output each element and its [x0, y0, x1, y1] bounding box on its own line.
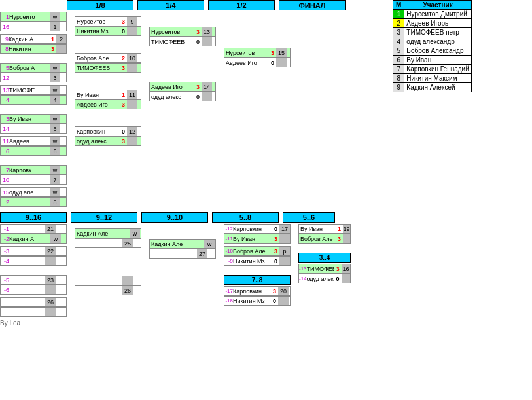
- round-header-1-8: 1/8: [67, 0, 133, 10]
- participant-rank-4: 4: [393, 37, 404, 46]
- participant-name-3: ТИМОФЕЕВ петр: [404, 28, 471, 37]
- col-9-12: Кадкин Але w 25: [71, 224, 145, 317]
- participant-row-7: 7 Карповкин Геннадий: [393, 65, 472, 74]
- match-5: 3 Ву Иван w 14 5: [0, 114, 71, 134]
- round-header-7-8: 7..8: [224, 275, 291, 285]
- participant-name-1: Нурсеитов Дмитрий: [404, 10, 471, 19]
- round-1-2-col: Нурсеитов 3 13 ТИМОФЕЕВ 0 Авдеев Иго: [145, 12, 220, 207]
- col-5-8: -12 Карповкин 0 17 -11 Ву Иван 3: [220, 224, 294, 317]
- bottom-bracket: -1 21 -2 Кадкин А w -3 22: [0, 224, 386, 317]
- participant-row-3: 3 ТИМОФЕЕВ петр: [393, 28, 472, 37]
- participant-row-4: 4 одуд александр: [393, 37, 472, 46]
- round-1-4-col: Нурсеитов 3 9 Никитин Мз 0 Бобров Але: [71, 12, 145, 207]
- participant-rank-2: 2: [393, 19, 404, 28]
- participant-name-4: одуд александр: [404, 37, 471, 46]
- participant-row-6: 6 Ву Иван: [393, 56, 472, 65]
- round-header-3-4: 3..4: [298, 253, 351, 263]
- participant-rank-6: 6: [393, 56, 404, 65]
- participant-row-1: 1 Нурсеитов Дмитрий: [393, 10, 472, 19]
- col-header-participant: Участник: [404, 1, 471, 10]
- participant-rank-8: 8: [393, 74, 404, 83]
- match-8: 15 одуд але w 2 8: [0, 187, 71, 207]
- match-7-8-a: -17 Карповкин 3 20 -18 Никитин Мз 0: [220, 286, 294, 306]
- participant-name-9: Кадкин Алексей: [404, 83, 471, 92]
- col-header-m: М: [393, 1, 404, 10]
- round-1-8: 1 Нурсеито w 16 1 9: [0, 12, 71, 207]
- round-header-5-6: 5..6: [283, 212, 335, 223]
- match-19: Ву Иван 1 19 Бобров Але 3: [294, 224, 353, 244]
- participant-name-2: Авдеев Игорь: [404, 19, 471, 28]
- col-9-16: -1 21 -2 Кадкин А w -3 22: [0, 224, 71, 317]
- bracket-left: 1/8 1/4 1/2 ФИНАЛ 1 Нурсеито w: [0, 0, 386, 327]
- round-header-1-4: 1/4: [137, 0, 204, 10]
- participant-rank-7: 7: [393, 65, 404, 74]
- match-4: 13 ТИМОФЕ w 4 4: [0, 85, 71, 105]
- by-lea-label: By Lea: [0, 319, 386, 327]
- round-header-9-12: 9..12: [71, 212, 137, 223]
- participant-row-2: 2 Авдеев Игорь: [393, 19, 472, 28]
- match-6: 11 Авдеев w 6 6: [0, 136, 71, 156]
- match-10: Бобров Але 2 10 ТИМОФЕЕВ 3: [71, 53, 145, 73]
- match-17: -12 Карповкин 0 17 -11 Ву Иван 3: [220, 224, 294, 244]
- match-26: 26: [71, 276, 145, 295]
- match-1: 1 Нурсеито w 16 1: [0, 12, 71, 31]
- round-header-1-2: 1/2: [208, 0, 275, 10]
- col-9-10: Кадкин Але w 27: [145, 224, 220, 317]
- match-9: Нурсеитов 3 9 Никитин Мз 0: [71, 16, 145, 36]
- participant-row-8: 8 Никитин Максим: [393, 74, 472, 83]
- participant-name-7: Карповкин Геннадий: [404, 65, 471, 74]
- participant-row-5: 5 Бобров Александр: [393, 46, 472, 56]
- participant-name-5: Бобров Александр: [404, 46, 471, 56]
- match-12: Карповкин 0 12 одуд алекс 3: [71, 126, 145, 146]
- bottom-headers: 9..16 9..12 9..10 5..8 5..6: [0, 212, 386, 223]
- participant-rank-5: 5: [393, 46, 404, 56]
- match-14: Авдеев Иго 3 14 одуд алекс 0: [145, 82, 220, 101]
- match-16: -13 ТИМОФЕЕВ 3 16 -14 одуд алекс 0: [294, 264, 353, 283]
- final-col: Нурсеитов 3 15 Авдеев Иго 0: [220, 12, 294, 207]
- right-info: М Участник 1 Нурсеитов Дмитрий 2 Авдеев …: [386, 0, 527, 327]
- match-27: Кадкин Але w 27: [145, 239, 220, 259]
- page: 1/8 1/4 1/2 ФИНАЛ 1 Нурсеито w: [0, 0, 532, 327]
- participant-rank-3: 3: [393, 28, 404, 37]
- match-11: Ву Иван 1 11 Авдеев Иго 3: [71, 90, 145, 109]
- participant-rank-9: 9: [393, 83, 404, 92]
- match-3: 5 Бобров А w 12 3: [0, 63, 71, 82]
- participant-name-6: Ву Иван: [404, 56, 471, 65]
- match-18: -10 Бобров Але 3 p -9 Никитин Мз 0: [220, 246, 294, 266]
- match-13: Нурсеитов 3 13 ТИМОФЕЕВ 0: [145, 27, 220, 46]
- participant-name-8: Никитин Максим: [404, 74, 471, 83]
- top-bracket: 1 Нурсеито w 16 1 9: [0, 12, 386, 207]
- participant-row-9: 9 Кадкин Алексей: [393, 83, 472, 92]
- match-25: Кадкин Але w 25: [71, 228, 145, 248]
- round-header-9-10: 9..10: [141, 212, 208, 223]
- round-header-final: ФИНАЛ: [279, 0, 346, 10]
- match-15: Нурсеитов 3 15 Авдеев Иго 0: [220, 48, 294, 67]
- participants-table: М Участник 1 Нурсеитов Дмитрий 2 Авдеев …: [393, 0, 472, 92]
- round-header-5-8: 5..8: [212, 212, 279, 223]
- match-2: 9 Кадкин А 1 2 8 Никитин 3: [0, 34, 71, 54]
- participant-rank-1: 1: [393, 10, 404, 19]
- round-header-9-16: 9..16: [0, 212, 67, 223]
- col-5-6: Ву Иван 1 19 Бобров Але 3 3..4: [294, 224, 353, 317]
- match-7: 7 Карповк w 10 7: [0, 165, 71, 185]
